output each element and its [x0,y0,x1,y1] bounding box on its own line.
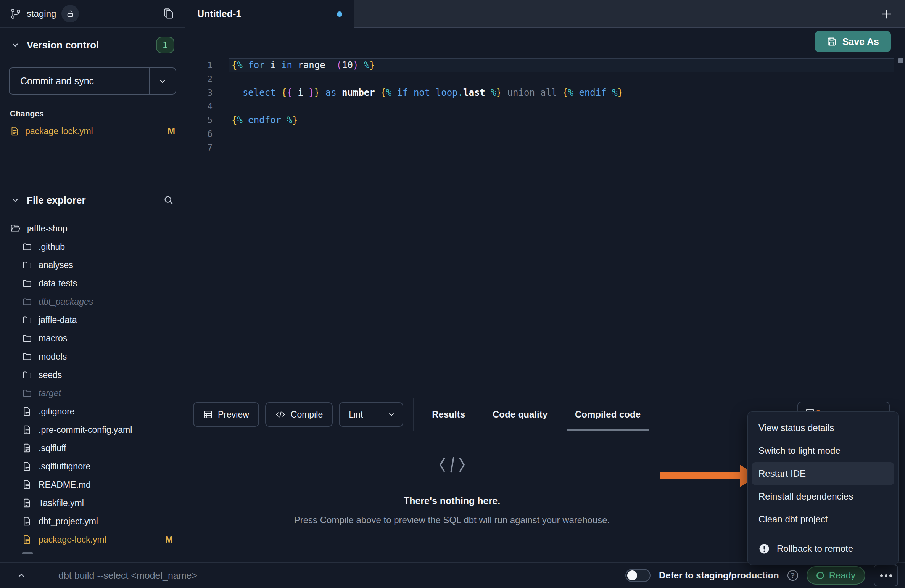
file-explorer-title: File explorer [27,194,86,206]
tree-item-label: dbt_project.yml [39,516,98,527]
chevron-down-icon [11,40,20,50]
tree-item-label: .sqlfluff [39,443,66,453]
button-divider [375,403,375,426]
folder-icon [22,388,32,398]
tree-file-README.md[interactable]: README.md [0,476,184,494]
menu-item-rollback-to-remote[interactable]: Rollback to remote [748,537,898,560]
menu-item-label: View status details [758,423,834,433]
changes-label: Changes [10,109,44,118]
tree-file-package-lock.yml[interactable]: package-lock.ymlM [0,530,184,549]
code-text: select {{ i }} as number {% if not loop.… [232,87,623,98]
code-line-7[interactable]: 7 [186,141,905,154]
ready-status-badge[interactable]: Ready [807,566,865,585]
commit-and-sync-button[interactable]: Commit and sync [9,67,176,95]
file-icon [22,461,32,471]
tree-file-.sqlfluff[interactable]: .sqlfluff [0,439,184,457]
chevron-down-icon [158,77,167,86]
save-as-label: Save As [842,36,879,47]
tree-file-.pre-commit-config.yaml[interactable]: .pre-commit-config.yaml [0,421,184,439]
menu-item-restart-ide[interactable]: Restart IDE [752,462,894,485]
code-text: {% endfor %} [232,115,298,125]
tree-file-Taskfile.yml[interactable]: Taskfile.yml [0,494,184,512]
lint-label: Lint [349,410,363,420]
version-control-header[interactable]: Version control 1 [0,34,185,56]
tree-folder-jaffle-shop[interactable]: jaffle-shop [0,219,184,238]
lint-options-caret[interactable] [380,410,397,419]
code-editor[interactable]: 1{% for i in range (10) %}23 select {{ i… [186,55,905,398]
line-number: 5 [186,115,213,125]
tree-item-label: .pre-commit-config.yaml [39,425,132,435]
tab-compiled-code[interactable]: Compiled code [575,409,641,420]
tree-folder-.github[interactable]: .github [0,238,184,256]
tree-folder-jaffle-data[interactable]: jaffle-data [0,311,184,329]
menu-item-clean-dbt-project[interactable]: Clean dbt project [748,508,898,531]
code-line-5[interactable]: 5{% endfor %} [186,113,905,127]
command-input[interactable]: dbt build --select <model_name> [43,563,625,588]
tree-file-.gitignore[interactable]: .gitignore [0,402,184,421]
sidebar-divider [0,186,185,186]
commit-options-caret[interactable] [150,77,176,86]
compile-button[interactable]: Compile [265,402,333,427]
code-line-6[interactable]: 6 [186,127,905,141]
file-search-icon[interactable] [163,194,174,206]
chevron-down-icon [387,410,396,419]
folder-icon [22,297,32,307]
toolbar-divider [413,398,414,431]
menu-item-switch-to-light-mode[interactable]: Switch to light mode [748,439,898,462]
tab-code-quality[interactable]: Code quality [493,409,548,420]
tree-file-dbt_project.yml[interactable]: dbt_project.yml [0,512,184,530]
tab-untitled-1[interactable]: Untitled-1 [186,0,354,28]
folder-icon [22,333,32,343]
tree-file-.sqlfluffignore[interactable]: .sqlfluffignore [0,457,184,476]
dbt-ide-app: staging Version control 1 Commit and syn… [0,0,905,588]
menu-item-label: Restart IDE [758,468,806,479]
folder-icon [22,315,32,325]
version-control-title: Version control [27,39,99,51]
copy-files-icon[interactable] [163,8,175,20]
ide-context-menu: View status detailsSwitch to light modeR… [747,411,899,565]
annotation-arrow [660,472,741,479]
menu-item-reinstall-dependencies[interactable]: Reinstall dependencies [748,485,898,508]
more-options-button[interactable] [874,564,898,586]
code-line-1[interactable]: 1{% for i in range (10) %} [186,58,905,72]
changed-file-row[interactable]: package-lock.yml M [10,124,175,138]
lint-button[interactable]: Lint [339,402,403,427]
file-explorer-header[interactable]: File explorer [0,189,185,212]
tree-folder-target[interactable]: target [0,384,184,402]
defer-label: Defer to staging/production [659,570,779,581]
preview-label: Preview [218,410,249,420]
code-line-3[interactable]: 3 select {{ i }} as number {% if not loo… [186,86,905,100]
tree-item-label: target [39,388,61,398]
code-line-2[interactable]: 2 [186,72,905,86]
code-line-4[interactable]: 4 [186,100,905,113]
file-tree: jaffle-shop.githubanalysesdata-testsdbt_… [0,219,184,559]
tree-item-label: jaffle-data [39,315,77,325]
line-number: 7 [186,143,213,153]
empty-state-title: There's nothing here. [186,495,718,506]
defer-toggle[interactable] [625,569,651,582]
tree-folder-dbt_packages[interactable]: dbt_packages [0,292,184,311]
tree-folder-models[interactable]: models [0,347,184,366]
changes-count-badge: 1 [156,37,174,53]
git-branch-icon [10,8,21,19]
modified-status-badge: M [167,126,175,137]
result-tabs: ResultsCode qualityCompiled code [432,409,641,420]
file-icon [22,406,32,416]
tree-folder-analyses[interactable]: analyses [0,256,184,274]
tab-title: Untitled-1 [197,8,241,19]
help-icon[interactable]: ? [787,570,798,581]
scrollbar-thumb[interactable] [898,58,903,63]
menu-item-view-status-details[interactable]: View status details [748,416,898,439]
tree-folder-seeds[interactable]: seeds [0,366,184,384]
tree-folder-data-tests[interactable]: data-tests [0,274,184,292]
new-tab-button[interactable] [878,5,895,23]
preview-button[interactable]: Preview [193,402,259,427]
folder-icon [10,223,21,233]
line-number: 2 [186,74,213,84]
expand-command-bar-button[interactable] [0,563,43,588]
tree-folder-macros[interactable]: macros [0,329,184,347]
save-as-button[interactable]: Save As [815,31,891,52]
tree-item-label: .sqlfluffignore [39,461,90,472]
unsaved-dot-icon [337,11,342,17]
tab-results[interactable]: Results [432,409,465,420]
